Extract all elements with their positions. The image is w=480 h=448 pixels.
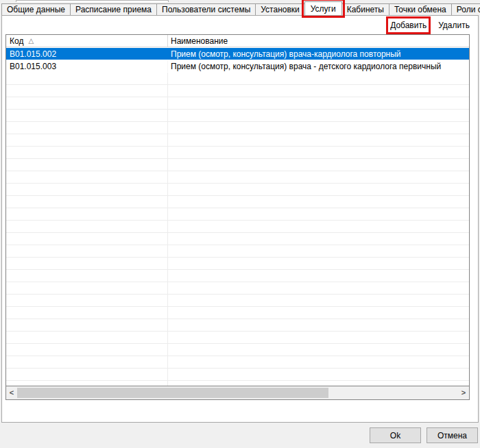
- tab-obshchie-dannye[interactable]: Общие данные: [1, 3, 71, 15]
- dialog-footer: Ok Отмена: [0, 423, 480, 448]
- cell-code: [6, 147, 168, 158]
- cell-name: [168, 332, 469, 343]
- scrollbar-thumb[interactable]: [17, 388, 328, 398]
- scroll-right-icon[interactable]: >: [458, 386, 469, 399]
- cell-code: [6, 270, 168, 282]
- column-header-code-label: Код: [10, 36, 23, 46]
- cell-name: [168, 110, 469, 121]
- cell-name: [168, 221, 469, 232]
- tab-ustanovki[interactable]: Установки: [255, 3, 304, 15]
- cell-code: [6, 245, 168, 257]
- table-empty-row: [6, 307, 469, 319]
- table-empty-row: [6, 122, 469, 134]
- cell-code: [6, 233, 168, 245]
- tab-strip: Общие данныеРасписание приемаПользовател…: [1, 1, 479, 15]
- table-empty-row: [6, 208, 469, 221]
- table-empty-row: [6, 97, 469, 110]
- cell-code: B01.015.003: [6, 60, 168, 72]
- table-row[interactable]: B01.015.003Прием (осмотр, консультация) …: [6, 60, 469, 73]
- tab-polzovateli-sistemy[interactable]: Пользователи системы: [156, 3, 256, 15]
- tab-label: Пользователи системы: [162, 5, 250, 14]
- services-toolbar: Добавить Удалить: [390, 21, 470, 30]
- cell-code: [6, 307, 168, 319]
- table-empty-row: [6, 196, 469, 208]
- tab-label: Услуги: [311, 4, 336, 14]
- table-empty-row: [6, 245, 469, 258]
- table-header: Код △ Наименование: [6, 35, 469, 47]
- cell-code: [6, 221, 168, 232]
- cell-name: [168, 307, 469, 319]
- table-empty-row: [6, 110, 469, 122]
- cell-name: [168, 147, 469, 158]
- cell-code: [6, 258, 168, 269]
- cell-code: [6, 97, 168, 109]
- table-empty-row: [6, 295, 469, 307]
- tab-label: Расписание приема: [75, 5, 152, 14]
- tab-label: Точки обмена: [394, 5, 446, 14]
- cell-name: Прием (осмотр, консультация) врача-карди…: [168, 48, 469, 60]
- table-empty-row: [6, 369, 469, 381]
- cell-name: [168, 258, 469, 269]
- cell-code: [6, 184, 168, 195]
- tab-label: Общие данные: [7, 5, 65, 14]
- tab-label: Установки: [261, 5, 299, 14]
- cell-code: [6, 196, 168, 208]
- services-settings-dialog: { "tabs": { "items": [ {"id": "obshchie-…: [0, 0, 480, 448]
- table-empty-row: [6, 332, 469, 344]
- cell-name: [168, 369, 469, 380]
- tab-kabinety[interactable]: Кабинеты: [341, 3, 389, 15]
- table-empty-row: [6, 73, 469, 85]
- scroll-left-icon[interactable]: <: [6, 386, 17, 399]
- cell-code: [6, 208, 168, 220]
- table-empty-row: [6, 356, 469, 369]
- tab-roli-sotrudnikov[interactable]: Роли сотру: [451, 3, 480, 15]
- table-empty-row: [6, 282, 469, 295]
- cell-name: [168, 233, 469, 245]
- cell-code: [6, 344, 168, 356]
- cell-code: [6, 369, 168, 380]
- tab-raspisanie-priema[interactable]: Расписание приема: [70, 3, 157, 15]
- tab-label: Кабинеты: [347, 5, 384, 14]
- cell-name: [168, 245, 469, 257]
- table-empty-row: [6, 381, 469, 386]
- cell-name: [168, 381, 469, 386]
- table-empty-row: [6, 147, 469, 159]
- cell-name: [168, 97, 469, 109]
- tab-page-services: Добавить Удалить Код △ Наименование B01.…: [1, 15, 479, 423]
- tab-tochki-obmena[interactable]: Точки обмена: [389, 3, 452, 15]
- sort-ascending-icon: △: [28, 38, 34, 45]
- delete-service-button[interactable]: Удалить: [438, 21, 470, 30]
- horizontal-scrollbar: < >: [6, 386, 469, 399]
- cell-name: [168, 196, 469, 208]
- table-body: B01.015.002Прием (осмотр, консультация) …: [6, 48, 469, 386]
- tab-uslugi[interactable]: Услуги: [304, 1, 342, 15]
- table-empty-row: [6, 344, 469, 356]
- cell-code: [6, 85, 168, 97]
- cell-code: [6, 73, 168, 84]
- cell-name: [168, 122, 469, 134]
- cell-code: [6, 332, 168, 343]
- cell-code: [6, 295, 168, 306]
- cell-name: Прием (осмотр, консультация) врача - дет…: [168, 60, 469, 72]
- add-service-button[interactable]: Добавить: [390, 21, 427, 30]
- tab-label: Роли сотру: [457, 5, 480, 14]
- table-empty-row: [6, 319, 469, 332]
- cell-code: [6, 356, 168, 368]
- cancel-button[interactable]: Отмена: [427, 427, 478, 443]
- table-row[interactable]: B01.015.002Прием (осмотр, консультация) …: [6, 48, 469, 60]
- table-empty-row: [6, 184, 469, 196]
- cell-name: [168, 270, 469, 282]
- cell-name: [168, 171, 469, 183]
- cell-code: [6, 171, 168, 183]
- table-empty-row: [6, 159, 469, 171]
- table-empty-row: [6, 270, 469, 282]
- cell-name: [168, 208, 469, 220]
- cell-name: [168, 73, 469, 84]
- table-empty-row: [6, 171, 469, 184]
- column-header-code[interactable]: Код △: [6, 35, 168, 47]
- column-header-name[interactable]: Наименование: [168, 35, 469, 47]
- column-header-name-label: Наименование: [171, 36, 228, 46]
- ok-button[interactable]: Ok: [370, 427, 421, 443]
- cell-name: [168, 184, 469, 195]
- cell-name: [168, 282, 469, 294]
